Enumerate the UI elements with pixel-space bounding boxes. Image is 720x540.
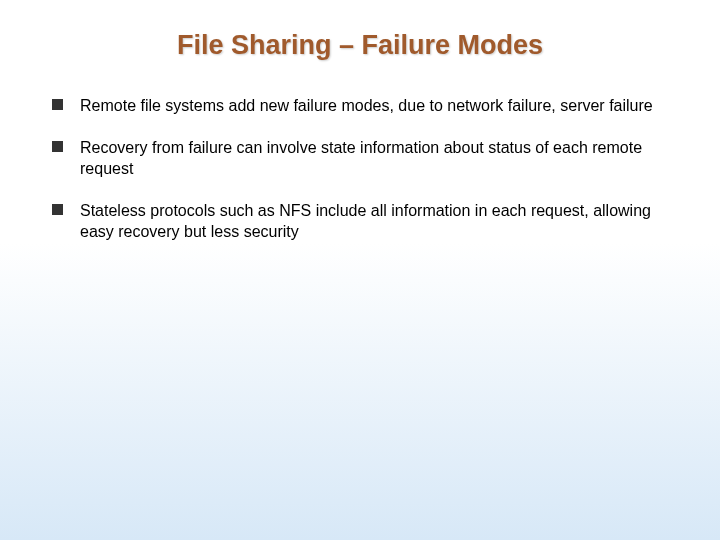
- square-bullet-icon: [52, 204, 63, 215]
- list-item: Stateless protocols such as NFS include …: [50, 200, 670, 243]
- list-item: Remote file systems add new failure mode…: [50, 95, 670, 117]
- square-bullet-icon: [52, 141, 63, 152]
- square-bullet-icon: [52, 99, 63, 110]
- bullet-text: Recovery from failure can involve state …: [80, 139, 642, 178]
- slide-title: File Sharing – Failure Modes: [50, 30, 670, 61]
- list-item: Recovery from failure can involve state …: [50, 137, 670, 180]
- bullet-text: Stateless protocols such as NFS include …: [80, 202, 651, 241]
- bullet-text: Remote file systems add new failure mode…: [80, 97, 653, 114]
- bullet-list: Remote file systems add new failure mode…: [50, 95, 670, 243]
- slide: File Sharing – Failure Modes Remote file…: [0, 0, 720, 540]
